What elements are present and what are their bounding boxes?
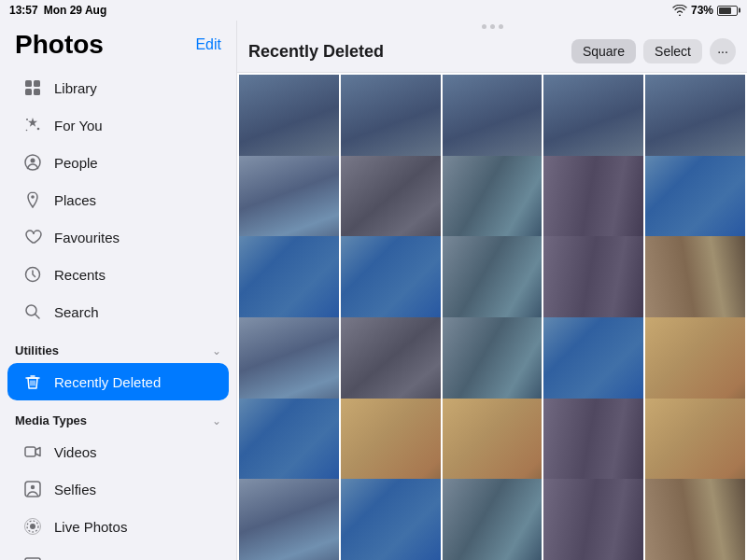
utilities-section: Recently Deleted [0,359,236,404]
utilities-chevron-icon: ⌄ [212,344,221,357]
panorama-icon [22,553,43,560]
svg-point-4 [26,119,28,120]
places-label: Places [54,192,96,208]
recents-label: Recents [54,267,106,283]
sidebar-item-favourites[interactable]: Favourites [7,218,229,256]
person-square-icon [22,479,43,499]
utilities-section-header: Utilities ⌄ [0,334,236,359]
live-photos-label: Live Photos [54,519,127,535]
date: Mon 29 Aug [44,4,107,17]
svg-point-5 [37,128,40,131]
sidebar-title: Photos [15,30,104,60]
sidebar-item-panoramas[interactable]: Panoramas [7,545,229,560]
videos-label: Videos [54,444,97,460]
wifi-icon [672,5,687,16]
sidebar-item-videos[interactable]: Videos [7,433,229,470]
sparkles-icon [22,115,43,135]
svg-rect-2 [25,89,32,95]
sidebar-item-selfies[interactable]: Selfies [7,470,229,508]
select-button[interactable]: Select [643,39,702,63]
photo-cell[interactable] [543,479,643,560]
sidebar-item-search[interactable]: Search [7,293,229,330]
content-header: Recently Deleted Square Select ··· [237,31,747,73]
search-icon [22,301,43,322]
battery-percentage: 73% [691,4,713,17]
search-label: Search [54,304,99,320]
map-pin-icon [22,189,43,210]
status-bar: 13:57 Mon 29 Aug 73% [0,0,747,21]
clock-icon [22,264,43,285]
photo-cell[interactable] [645,479,745,560]
sidebar-header: Photos Edit [0,21,236,65]
media-types-section: Videos Selfies [0,429,236,560]
sidebar-item-library[interactable]: Library [7,69,229,106]
photo-cell[interactable] [341,479,441,560]
panoramas-label: Panoramas [54,556,126,561]
content-title: Recently Deleted [248,42,384,62]
dot-2 [490,24,495,29]
svg-rect-3 [34,89,40,95]
svg-rect-0 [25,80,32,87]
utilities-label: Utilities [15,343,59,357]
main-nav-section: Library For You [0,65,236,334]
library-label: Library [54,80,97,96]
media-types-section-header: Media Types ⌄ [0,404,236,429]
status-right: 73% [672,4,738,17]
content-area: Recently Deleted Square Select ··· [237,21,747,560]
selfies-label: Selfies [54,482,96,497]
people-label: People [54,155,98,171]
media-types-label: Media Types [15,413,87,427]
dots-indicator [237,21,747,31]
person-circle-icon [22,152,43,173]
sidebar-item-live-photos[interactable]: Live Photos [7,508,229,545]
live-photos-icon [22,516,43,537]
dot-3 [499,24,503,29]
svg-point-14 [31,485,35,489]
status-left: 13:57 Mon 29 Aug [9,4,106,17]
svg-point-8 [31,159,35,163]
header-buttons: Square Select ··· [571,38,736,64]
recently-deleted-label: Recently Deleted [54,374,161,390]
grid-icon [22,77,43,98]
svg-point-9 [31,195,35,199]
svg-rect-1 [34,80,40,87]
sidebar-item-people[interactable]: People [7,144,229,181]
svg-point-6 [26,130,28,132]
heart-icon [22,227,43,247]
sidebar: Photos Edit Library [0,21,237,560]
sidebar-item-recents[interactable]: Recents [7,256,229,293]
edit-button[interactable]: Edit [195,36,221,53]
photo-cell[interactable] [443,479,543,560]
sidebar-item-places[interactable]: Places [7,181,229,218]
more-button[interactable]: ··· [710,38,736,64]
favourites-label: Favourites [54,230,120,245]
sidebar-item-for-you[interactable]: For You [7,106,229,144]
svg-point-11 [26,305,36,315]
svg-point-15 [30,524,35,529]
battery-icon [717,6,738,16]
square-button[interactable]: Square [571,39,636,63]
dot-1 [482,24,486,29]
trash-icon [22,371,43,392]
sidebar-item-recently-deleted[interactable]: Recently Deleted [7,363,229,400]
video-icon [22,441,43,462]
photo-cell[interactable] [239,479,339,560]
media-types-chevron-icon: ⌄ [212,414,221,427]
photo-grid [237,73,747,560]
for-you-label: For You [54,118,103,133]
svg-rect-12 [25,447,35,456]
time: 13:57 [9,4,38,17]
